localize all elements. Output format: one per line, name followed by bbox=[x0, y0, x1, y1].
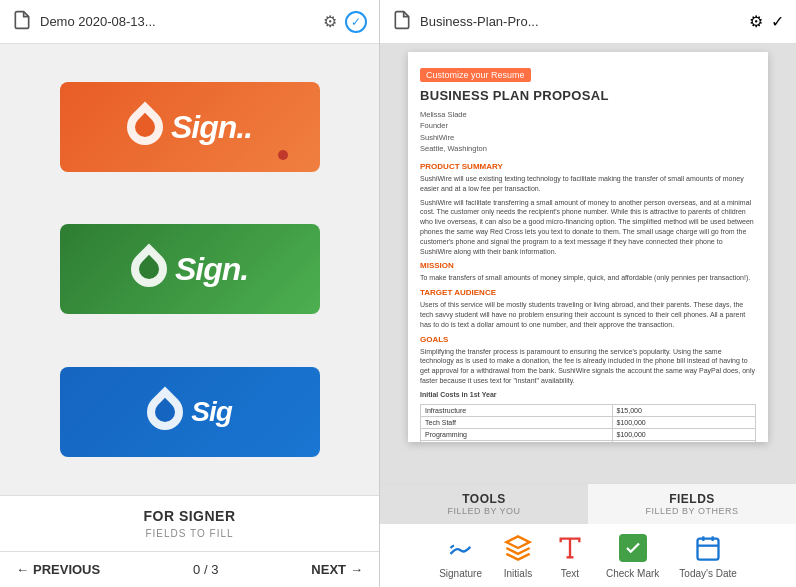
doc-section-1-body: SushiWire will use existing texting tech… bbox=[420, 174, 756, 194]
checkmark-label: Check Mark bbox=[606, 568, 659, 579]
table-row: Programming$100,000 bbox=[421, 428, 756, 440]
right-toolbar: TOOLS FILLED BY YOU FIELDS FILLED BY OTH… bbox=[380, 483, 796, 587]
signature-label: Signature bbox=[439, 568, 482, 579]
left-content: Sign.. Sign. Sig bbox=[0, 44, 379, 495]
doc-section-3-title: Mission bbox=[420, 261, 756, 270]
doc-section-2-body: SushiWire will facilitate transferring a… bbox=[420, 198, 756, 257]
doc-section-4-title: Target Audience bbox=[420, 288, 756, 297]
next-button[interactable]: NEXT → bbox=[311, 562, 363, 577]
fields-label: FIELDS TO FILL bbox=[16, 528, 363, 539]
toolbar-checkmark[interactable]: Check Mark bbox=[606, 532, 659, 579]
right-check-icon[interactable]: ✓ bbox=[771, 12, 784, 31]
right-doc-icon bbox=[392, 10, 412, 34]
table-row: Tech Staff$100,000 bbox=[421, 416, 756, 428]
tab-fields-title: FIELDS bbox=[596, 492, 788, 506]
checkmark-icon bbox=[617, 532, 649, 564]
sign-leaf-inner-1 bbox=[131, 113, 159, 141]
right-doc-title: Business-Plan-Pro... bbox=[420, 14, 741, 29]
sign-text-1: Sign.. bbox=[171, 109, 252, 146]
next-arrow-icon: → bbox=[350, 562, 363, 577]
doc-section-3-body: To make transfers of small amounts of mo… bbox=[420, 273, 756, 283]
customize-badge: Customize your Resume bbox=[420, 68, 531, 82]
toolbar-text[interactable]: Text bbox=[554, 532, 586, 579]
sign-leaf-2 bbox=[123, 244, 174, 295]
doc-section-1-title: Product Summary bbox=[420, 162, 756, 171]
tab-tools-sub: FILLED BY YOU bbox=[388, 506, 580, 516]
signature-icon bbox=[445, 532, 477, 564]
tab-fields[interactable]: FIELDS FILLED BY OTHERS bbox=[588, 484, 796, 524]
next-label: NEXT bbox=[311, 562, 346, 577]
left-bottom-info: FOR SIGNER FIELDS TO FILL bbox=[0, 495, 379, 551]
prev-label: PREVIOUS bbox=[33, 562, 100, 577]
date-icon bbox=[692, 532, 724, 564]
right-header: Business-Plan-Pro... ⚙ ✓ bbox=[380, 0, 796, 44]
text-tool-icon bbox=[554, 532, 586, 564]
doc-meta-company: SushiWire bbox=[420, 133, 454, 142]
left-gear-icon[interactable]: ⚙ bbox=[323, 12, 337, 31]
sign-leaf-inner-3 bbox=[151, 398, 179, 426]
prev-button[interactable]: ← PREVIOUS bbox=[16, 562, 100, 577]
doc-meta: Melissa Slade Founder SushiWire Seattle,… bbox=[420, 109, 756, 154]
left-check-icon[interactable]: ✓ bbox=[345, 11, 367, 33]
toolbar-tabs: TOOLS FILLED BY YOU FIELDS FILLED BY OTH… bbox=[380, 484, 796, 524]
sign-text-3: Sig bbox=[191, 396, 232, 428]
tab-fields-sub: FILLED BY OTHERS bbox=[596, 506, 788, 516]
text-tool-label: Text bbox=[561, 568, 579, 579]
date-label: Today's Date bbox=[679, 568, 737, 579]
left-panel: Demo 2020-08-13... ⚙ ✓ Sign.. bbox=[0, 0, 380, 587]
sign-dot-1 bbox=[278, 150, 288, 160]
tab-tools-title: TOOLS bbox=[388, 492, 580, 506]
right-panel: Business-Plan-Pro... ⚙ ✓ Customize your … bbox=[380, 0, 796, 587]
sign-leaf-3 bbox=[140, 386, 191, 437]
sign-text-2: Sign. bbox=[175, 251, 248, 288]
toolbar-signature[interactable]: Signature bbox=[439, 532, 482, 579]
left-doc-icon bbox=[12, 10, 32, 34]
right-content: Customize your Resume Business Plan Prop… bbox=[380, 44, 796, 483]
doc-table-title: Initial Costs in 1st Year bbox=[420, 390, 756, 400]
doc-main-title: Business Plan Proposal bbox=[420, 88, 756, 103]
table-row: Marketing$150,000 bbox=[421, 440, 756, 442]
toolbar-date[interactable]: Today's Date bbox=[679, 532, 737, 579]
sign-card-3[interactable]: Sig bbox=[60, 367, 320, 457]
initials-icon bbox=[502, 532, 534, 564]
doc-meta-city: Seattle, Washington bbox=[420, 144, 487, 153]
doc-meta-name: Melissa Slade bbox=[420, 110, 467, 119]
initials-label: Initials bbox=[504, 568, 532, 579]
nav-counter: 0 / 3 bbox=[193, 562, 218, 577]
sign-leaf-inner-2 bbox=[135, 255, 163, 283]
toolbar-initials[interactable]: Initials bbox=[502, 532, 534, 579]
sign-card-1[interactable]: Sign.. bbox=[60, 82, 320, 172]
signer-label: FOR SIGNER bbox=[16, 508, 363, 524]
left-doc-title: Demo 2020-08-13... bbox=[40, 14, 315, 29]
sign-card-2[interactable]: Sign. bbox=[60, 224, 320, 314]
tab-tools[interactable]: TOOLS FILLED BY YOU bbox=[380, 484, 588, 524]
left-nav: ← PREVIOUS 0 / 3 NEXT → bbox=[0, 551, 379, 587]
right-gear-icon[interactable]: ⚙ bbox=[749, 12, 763, 31]
doc-section-5-body: Simplifying the transfer process is para… bbox=[420, 347, 756, 386]
sign-leaf-1 bbox=[119, 102, 170, 153]
doc-meta-role: Founder bbox=[420, 121, 448, 130]
left-header: Demo 2020-08-13... ⚙ ✓ bbox=[0, 0, 379, 44]
doc-section-4-body: Users of this service will be mostly stu… bbox=[420, 300, 756, 329]
svg-rect-2 bbox=[698, 539, 719, 560]
toolbar-items: Signature Initials bbox=[380, 524, 796, 587]
doc-section-5-title: Goals bbox=[420, 335, 756, 344]
doc-table: Infrastructure$15,000Tech Staff$100,000P… bbox=[420, 404, 756, 442]
table-row: Infrastructure$15,000 bbox=[421, 404, 756, 416]
document-page: Customize your Resume Business Plan Prop… bbox=[408, 52, 768, 442]
prev-arrow-icon: ← bbox=[16, 562, 29, 577]
